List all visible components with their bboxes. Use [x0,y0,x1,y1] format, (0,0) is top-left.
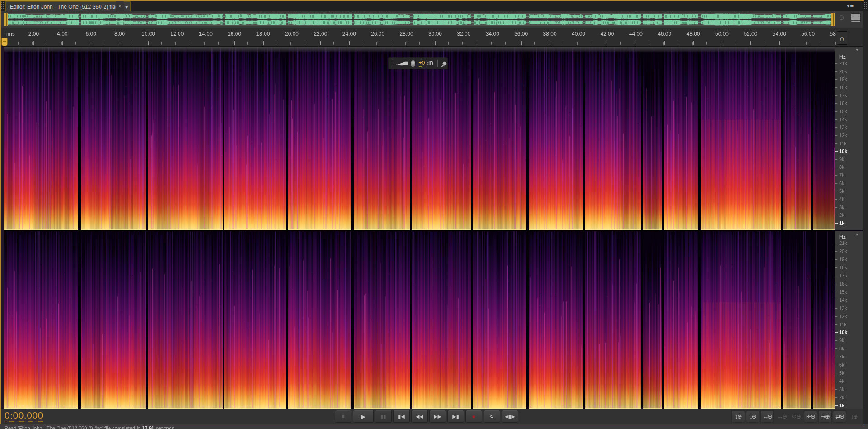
frequency-tick-label: 17k [839,93,847,98]
panel-menu-icon[interactable]: ▾≡ [847,2,854,9]
panel-grip-right[interactable] [863,2,868,10]
zoom-to-selection-button[interactable]: ⇄⊕ [833,410,846,423]
hud-grip[interactable] [391,60,393,67]
frequency-tick-label: 19k [839,76,847,82]
snap-button[interactable]: ∩ [837,31,847,45]
frequency-tick-label: 11k [839,141,847,146]
skip-selection-button[interactable]: ◀▮▶ [502,410,518,423]
frequency-tick-label: 13k [839,305,847,311]
panel-border-right [863,0,863,424]
spectrogram-channel-right[interactable] [4,231,835,409]
frequency-tick-label: 20k [839,248,847,254]
frequency-tick-label: 3k [839,205,844,210]
panel-border-bottom [0,424,864,424]
zoom-in-time-button[interactable]: ↔⊕ [760,410,774,423]
ruler-label: 54:00 [773,31,786,37]
scale-collapse-icon[interactable]: ▾ [856,232,858,237]
ruler-label: 28:00 [400,31,413,37]
zoom-out-full-button[interactable]: ↺⊖ [789,410,803,423]
stop-button[interactable]: ■ [335,410,351,423]
zoom-in-amplitude-button[interactable]: ↕⊕ [731,410,745,423]
ruler-label: 32:00 [457,31,470,37]
frequency-tick-label: 15k [839,109,847,114]
play-button[interactable]: ▶ [353,410,374,423]
overview-menu-button[interactable] [851,13,861,22]
frequency-tick-label: 18k [839,85,847,90]
pause-button[interactable]: ▮▮ [375,410,392,423]
ruler-label: 30:00 [428,31,442,37]
volume-knob[interactable] [410,60,415,67]
ruler-label: 2:00 [28,31,39,37]
ruler-label: 38:00 [543,31,557,37]
scale-collapse-icon[interactable]: ▾ [856,48,858,52]
ruler-label: 4:00 [57,31,67,37]
frequency-tick-label: 10k [839,329,847,335]
overview-strip: ⊖ [1,11,863,28]
ruler-label: 40:00 [572,31,585,37]
editor-tab[interactable]: Editor: Elton John - The One (512 360-2)… [5,1,131,12]
frequency-tick-label: 7k [839,172,844,178]
frequency-tick-label: 4k [839,378,844,384]
frequency-tick-label: 1k [839,403,844,408]
tab-bar: Editor: Elton John - The One (512 360-2)… [0,0,868,11]
zoom-in-at-in-point-button[interactable]: ⇤⊕ [804,410,817,423]
overview-navigator[interactable] [4,13,835,26]
ruler-label: 58:00 [830,31,836,37]
skip-to-start-button[interactable]: ▮◀ [393,410,410,423]
frequency-tick-label: 14k [839,117,847,122]
volume-hud[interactable]: ▁▂▄▆▇ +0 dB [388,57,448,69]
pin-icon[interactable] [439,60,446,67]
ruler-label: 14:00 [199,31,213,37]
rewind-button[interactable]: ◀◀ [411,410,428,423]
zoom-out-time-button[interactable]: ↔⊖ [775,410,788,423]
frequency-tick-label: 8k [839,346,844,351]
tab-close-button[interactable]: × [116,1,124,11]
signal-bars-icon: ▁▂▄▆▇ [396,62,407,65]
frequency-tick-label: 12k [839,133,847,138]
frequency-tick-label: 14k [839,297,847,303]
overview-waveform[interactable] [4,13,835,26]
zoom-in-at-out-point-button[interactable]: ⇥⊕ [818,410,832,423]
editor-tab-title: Editor: Elton John - The One (512 360-2)… [6,4,122,10]
panel-grip-left[interactable] [1,2,5,10]
overview-right-handle[interactable] [831,13,835,26]
frequency-tick-label: 9k [839,338,844,343]
ruler-label: 26:00 [371,31,384,37]
overview-left-handle[interactable] [4,13,8,26]
ruler-label: 52:00 [744,31,757,37]
frequency-tick-label: 6k [839,181,844,186]
spectrogram-channel-left[interactable] [4,47,835,230]
frequency-tick-label: 9k [839,157,844,162]
top-fade [4,47,835,53]
ruler-label: 22:00 [313,31,327,37]
frequency-scale-left[interactable]: Hz▾21k20k19k18k17k16k15k14k13k12k11k10k9… [835,47,863,230]
ruler-label: 12:00 [170,31,184,37]
ruler-label: 18:00 [256,31,270,37]
playhead-handle[interactable] [1,38,8,46]
time-display[interactable]: 0:00.000 [5,410,43,422]
frequency-unit-label: Hz [839,54,846,60]
frequency-tick-label: 10k [839,148,847,154]
frequency-scale-right[interactable]: Hz▾21k20k19k18k17k16k15k14k13k12k11k10k9… [835,231,863,410]
status-bar: Read 'Elton John - The One (512 360-2).f… [0,424,868,429]
frequency-tick-label: 4k [839,196,844,202]
ruler-label: 50:00 [715,31,729,37]
right-gutter [863,47,868,409]
panel-border-top [0,0,864,1]
channel-divider[interactable] [4,230,835,231]
record-button[interactable]: ● [465,410,482,423]
zoom-out-amplitude-button[interactable]: ↕⊖ [746,410,759,423]
reset-vertical-zoom-button[interactable]: ↕⊕ [847,410,861,423]
skip-to-end-button[interactable]: ▶▮ [447,410,464,423]
timeline-ruler[interactable]: hms 2:004:006:008:0010:0012:0014:0016:00… [1,28,863,47]
loop-playback-button[interactable]: ↻ [484,410,500,423]
ruler-label: 8:00 [114,31,125,37]
fast-forward-button[interactable]: ▶▶ [429,410,446,423]
hud-db-unit: dB [427,60,434,67]
frequency-tick-label: 21k [839,240,847,246]
spectral-display: Hz▾21k20k19k18k17k16k15k14k13k12k11k10k9… [0,47,868,409]
status-message: Read 'Elton John - The One (512 360-2).f… [5,425,174,429]
ruler-label: 34:00 [486,31,499,37]
hud-db-value[interactable]: +0 [419,60,425,67]
transport-buttons: ■▶▮▮▮◀◀◀▶▶▶▮●↻◀▮▶ [335,410,518,423]
